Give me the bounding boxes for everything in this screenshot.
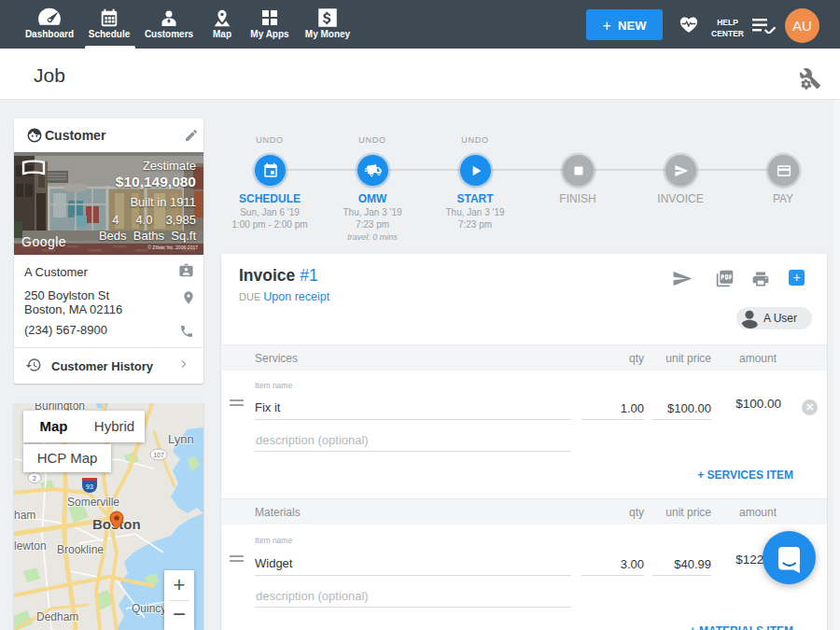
- svg-text:ham: ham: [14, 509, 35, 522]
- svg-text:Dedham: Dedham: [36, 610, 78, 623]
- svg-text:Quincy: Quincy: [132, 602, 166, 615]
- svg-text:107: 107: [153, 452, 164, 458]
- svg-text:Lynn: Lynn: [168, 432, 194, 446]
- svg-text:93: 93: [86, 483, 93, 490]
- svg-text:Somerville: Somerville: [67, 496, 119, 509]
- svg-text:Brookline: Brookline: [57, 543, 104, 556]
- svg-text:2: 2: [33, 475, 36, 482]
- svg-text:lewton: lewton: [14, 539, 47, 553]
